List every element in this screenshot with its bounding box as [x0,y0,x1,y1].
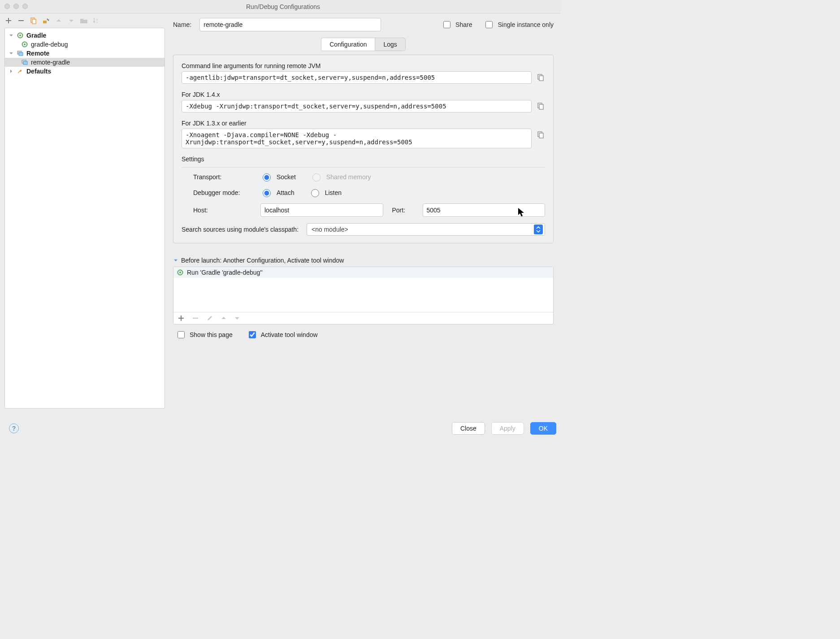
bl-edit-button[interactable] [207,315,213,321]
single-instance-label: Single instance only [498,21,554,28]
traffic-lights[interactable] [4,4,28,9]
bl-up-button[interactable] [221,315,226,321]
show-this-page-checkbox[interactable] [178,331,185,338]
traffic-close[interactable] [4,4,10,9]
share-label: Share [455,21,472,28]
debugger-mode-listen-radio[interactable] [311,189,319,197]
share-checkbox[interactable] [443,21,450,28]
single-instance-checkbox[interactable] [485,21,493,28]
transport-label: Transport: [193,173,260,181]
sort-az-button[interactable]: az [92,17,100,25]
copy-icon[interactable] [537,74,545,82]
svg-rect-2 [43,21,47,23]
tree-remote-label: Remote [26,50,49,57]
gradle-icon [21,41,28,48]
copy-icon[interactable] [537,131,545,139]
debugger-mode-listen-label: Listen [325,189,342,196]
before-launch-list[interactable]: Run 'Gradle 'gradle-debug'' [173,267,554,324]
divider [182,167,545,168]
tree-defaults-label: Defaults [26,68,51,75]
transport-socket-label: Socket [277,173,296,181]
traffic-zoom[interactable] [22,4,28,9]
chevron-down-icon[interactable] [9,51,14,56]
tab-bar: Configuration Logs [173,38,554,51]
configuration-panel: Command line arguments for running remot… [173,55,554,243]
chevron-down-icon[interactable] [9,33,14,38]
copy-icon[interactable] [537,103,545,111]
transport-shared-memory-radio [312,173,320,181]
ok-button[interactable]: OK [530,422,556,435]
svg-text:a: a [96,18,98,21]
tree-gradle-debug-label: gradle-debug [31,41,68,48]
remote-icon [17,50,24,57]
jdk14-field[interactable]: -Xdebug -Xrunjdwp:transport=dt_socket,se… [182,100,532,112]
wrench-icon [17,68,24,75]
svg-point-8 [24,43,26,45]
show-this-page-label: Show this page [190,331,233,338]
svg-point-6 [19,35,21,36]
traffic-minimize[interactable] [13,4,19,9]
debugger-mode-attach-radio[interactable] [263,189,271,197]
name-input[interactable] [199,18,381,31]
args-field[interactable]: -agentlib:jdwp=transport=dt_socket,serve… [182,71,532,84]
save-config-button[interactable] [42,17,50,25]
config-tree[interactable]: Gradle gradle-debug Remote remote-gradle [5,28,165,78]
debugger-mode-attach-label: Attach [277,189,294,196]
before-launch-header: Before launch: Another Configuration, Ac… [181,257,344,264]
before-launch-item-label: Run 'Gradle 'gradle-debug'' [187,269,263,276]
chevron-right-icon[interactable] [9,69,14,74]
before-launch-toolbar [173,312,553,324]
settings-title: Settings [182,155,545,163]
gradle-icon [17,32,24,39]
svg-point-20 [179,272,181,273]
tree-gradle-debug[interactable]: gradle-debug [5,40,165,49]
host-input[interactable] [260,203,383,217]
remote-icon [21,59,28,66]
tree-gradle[interactable]: Gradle [5,31,165,40]
tab-configuration[interactable]: Configuration [321,38,375,51]
port-input[interactable] [423,203,546,217]
module-label: Search sources using module's classpath: [182,226,299,233]
module-select-value: <no module> [312,226,348,233]
before-launch-item[interactable]: Run 'Gradle 'gradle-debug'' [173,267,553,278]
before-launch-disclosure[interactable] [173,258,178,263]
bl-down-button[interactable] [234,315,240,321]
host-label: Host: [193,207,260,214]
transport-socket-radio[interactable] [263,173,271,181]
move-down-button[interactable] [67,17,75,25]
tree-remote-gradle-label: remote-gradle [31,59,70,66]
activate-tool-window-checkbox[interactable] [249,331,256,338]
svg-text:z: z [96,21,98,24]
move-up-button[interactable] [55,17,63,25]
close-button[interactable]: Close [452,422,485,435]
svg-rect-14 [539,76,543,81]
folder-button[interactable] [80,17,88,25]
help-button[interactable]: ? [9,423,19,433]
svg-rect-1 [32,19,36,24]
svg-rect-12 [23,61,27,65]
remove-config-button[interactable] [17,17,25,25]
tree-defaults[interactable]: Defaults [5,67,165,76]
name-label: Name: [173,21,191,28]
apply-button[interactable]: Apply [491,422,524,435]
debugger-mode-label: Debugger mode: [193,189,260,196]
args-label: Command line arguments for running remot… [182,62,545,69]
module-select[interactable]: <no module> [307,223,545,236]
add-config-button[interactable] [4,17,13,25]
port-label: Port: [392,207,414,214]
transport-shared-memory-label: Shared memory [326,173,371,181]
bl-add-button[interactable] [178,315,184,321]
tree-remote[interactable]: Remote [5,49,165,58]
activate-tool-window-label: Activate tool window [261,331,318,338]
tab-logs[interactable]: Logs [375,38,405,51]
jdk14-label: For JDK 1.4.x [182,91,545,98]
gradle-icon [177,269,183,276]
tree-remote-gradle[interactable]: remote-gradle [5,58,165,67]
tree-gradle-label: Gradle [26,32,46,39]
title-bar: Run/Debug Configurations [0,0,561,13]
svg-rect-18 [539,133,543,138]
jdk13-field[interactable]: -Xnoagent -Djava.compiler=NONE -Xdebug -… [182,129,532,148]
copy-config-button[interactable] [30,17,38,25]
bl-remove-button[interactable] [192,315,199,321]
window-title: Run/Debug Configurations [5,3,561,10]
